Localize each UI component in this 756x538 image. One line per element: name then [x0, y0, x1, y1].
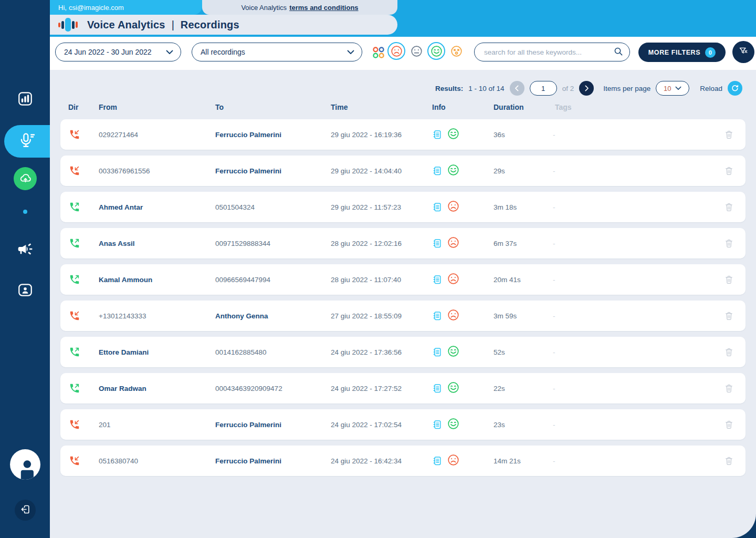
- trash-icon: [724, 347, 733, 357]
- user-greeting[interactable]: Hi, csi@imagicle.com: [50, 0, 202, 15]
- transcript-icon[interactable]: [432, 202, 443, 212]
- tags-cell: -: [553, 228, 555, 258]
- sidebar-item-upload[interactable]: [14, 167, 37, 190]
- duration-cell: 22s: [494, 373, 505, 404]
- next-page-button[interactable]: [579, 81, 594, 96]
- delete-recording-button[interactable]: [721, 409, 737, 440]
- transcript-icon[interactable]: [432, 274, 443, 285]
- sidebar-item-contacts[interactable]: [0, 282, 50, 301]
- info-cell: [432, 192, 459, 222]
- page-header: Voice Analytics | Recordings: [50, 15, 397, 35]
- user-email: csi@imagicle.com: [69, 4, 124, 12]
- refresh-icon: [731, 84, 739, 92]
- keyword-search[interactable]: [474, 43, 630, 61]
- delete-recording-button[interactable]: [721, 264, 737, 295]
- incoming-call-icon: [69, 301, 80, 331]
- sentiment-filter-neutral-icon[interactable]: [407, 42, 425, 60]
- transcript-icon[interactable]: [432, 165, 443, 176]
- sidebar-item-announcements[interactable]: [0, 241, 50, 260]
- reload-button[interactable]: [728, 81, 742, 96]
- search-input[interactable]: [484, 48, 613, 56]
- chevron-down-icon: [675, 86, 681, 90]
- delete-recording-button[interactable]: [721, 446, 737, 476]
- sidebar-item-recordings[interactable]: [4, 125, 50, 158]
- delete-recording-button[interactable]: [721, 156, 737, 186]
- items-per-page-select[interactable]: 10: [656, 81, 689, 96]
- time-cell: 24 giu 2022 - 17:36:56: [331, 337, 430, 367]
- sentiment-sad-icon: [447, 273, 459, 286]
- duration-cell: 3m 18s: [494, 192, 517, 222]
- trash-icon: [724, 456, 733, 466]
- sidebar: [0, 0, 50, 538]
- incoming-call-icon: [69, 409, 80, 440]
- table-row[interactable]: Anas Assil 00971529888344 28 giu 2022 - …: [60, 228, 746, 258]
- duration-cell: 14m 21s: [494, 446, 521, 476]
- column-header-dir[interactable]: Dir: [68, 103, 78, 111]
- table-row[interactable]: 0516380740 Ferruccio Palmerini 24 giu 20…: [60, 446, 746, 476]
- previous-page-button[interactable]: [510, 81, 524, 96]
- table-row[interactable]: Ahmed Antar 0501504324 29 giu 2022 - 11:…: [60, 192, 746, 222]
- sentiment-filter-happy-icon[interactable]: [427, 42, 445, 60]
- info-cell: [432, 446, 459, 476]
- recordings-table: 0292271464 Ferruccio Palmerini 29 giu 20…: [60, 119, 746, 482]
- date-range-select[interactable]: 24 Jun 2022 - 30 Jun 2022: [55, 43, 181, 61]
- table-row[interactable]: 201 Ferruccio Palmerini 24 giu 2022 - 17…: [60, 409, 746, 440]
- clear-filters-button[interactable]: [732, 41, 754, 63]
- search-icon[interactable]: [613, 46, 623, 58]
- sidebar-item-analytics[interactable]: [0, 90, 50, 109]
- tags-cell: -: [553, 192, 555, 222]
- delete-recording-button[interactable]: [721, 301, 737, 331]
- table-row[interactable]: Ettore Damiani 0014162885480 24 giu 2022…: [60, 337, 746, 367]
- page-title: Recordings: [181, 19, 239, 31]
- transcript-icon[interactable]: [432, 347, 443, 357]
- transcript-icon[interactable]: [432, 238, 443, 249]
- delete-recording-button[interactable]: [721, 337, 737, 367]
- info-cell: [432, 373, 459, 404]
- column-header-from[interactable]: From: [99, 103, 117, 111]
- logout-button[interactable]: [15, 500, 36, 521]
- table-row[interactable]: +13012143333 Anthony Genna 27 giu 2022 -…: [60, 301, 746, 331]
- transcript-icon[interactable]: [432, 456, 443, 466]
- delete-recording-button[interactable]: [721, 373, 737, 404]
- user-avatar[interactable]: [10, 449, 40, 480]
- tags-cell: -: [553, 301, 555, 331]
- delete-recording-button[interactable]: [721, 192, 737, 222]
- voice-analytics-logo-icon: [58, 18, 78, 32]
- sentiment-filter-sad-icon[interactable]: [387, 42, 405, 60]
- recording-type-select[interactable]: All recordings: [192, 43, 362, 61]
- cloud-upload-icon: [18, 171, 33, 187]
- sentiment-happy-icon: [447, 128, 459, 141]
- table-row[interactable]: Omar Radwan 00043463920909472 24 giu 202…: [60, 373, 746, 404]
- duration-cell: 36s: [494, 119, 505, 150]
- terms-link[interactable]: terms and conditions: [289, 4, 358, 12]
- page-number-input[interactable]: [530, 81, 557, 96]
- transcript-icon[interactable]: [432, 311, 443, 321]
- delete-recording-button[interactable]: [721, 228, 737, 258]
- total-pages-label: of 2: [562, 85, 574, 92]
- chevron-right-icon: [584, 85, 589, 91]
- time-cell: 27 giu 2022 - 18:55:09: [331, 301, 430, 331]
- category-grid-icon[interactable]: [372, 46, 385, 59]
- date-range-value: 24 Jun 2022 - 30 Jun 2022: [64, 48, 152, 56]
- transcript-icon[interactable]: [432, 129, 443, 140]
- trash-icon: [724, 384, 733, 394]
- table-row[interactable]: 0033676961556 Ferruccio Palmerini 29 giu…: [60, 156, 746, 186]
- filter-bar: 24 Jun 2022 - 30 Jun 2022 All recordings…: [50, 37, 756, 70]
- voice-analytics-app: Hi, csi@imagicle.com Voice Analytics ter…: [0, 0, 756, 538]
- incoming-call-icon: [69, 156, 80, 186]
- transcript-icon[interactable]: [432, 383, 443, 394]
- column-header-duration[interactable]: Duration: [494, 103, 524, 111]
- table-row[interactable]: Kamal Ammoun 00966569447994 28 giu 2022 …: [60, 264, 746, 295]
- info-cell: [432, 337, 459, 367]
- column-header-time[interactable]: Time: [331, 103, 348, 111]
- column-header-to[interactable]: To: [215, 103, 224, 111]
- transcript-icon[interactable]: [432, 419, 443, 430]
- chevron-down-icon: [347, 48, 354, 56]
- more-filters-button[interactable]: MORE FILTERS 0: [638, 43, 726, 62]
- table-row[interactable]: 0292271464 Ferruccio Palmerini 29 giu 20…: [60, 119, 746, 150]
- sentiment-filter-surprised-icon[interactable]: [447, 42, 465, 60]
- delete-recording-button[interactable]: [721, 119, 737, 150]
- sentiment-happy-icon: [447, 164, 459, 178]
- trash-icon: [724, 202, 733, 212]
- from-cell: Ahmed Antar: [99, 192, 209, 222]
